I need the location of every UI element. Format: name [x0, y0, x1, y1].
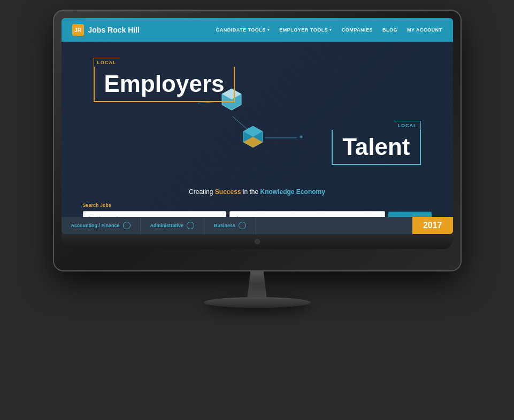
category-count-administrative — [187, 222, 194, 229]
search-label: Search Jobs — [83, 203, 432, 208]
tagline-economy: Knowledge Economy — [260, 188, 325, 196]
category-item-business: Business — [204, 217, 256, 234]
logo-text: Jobs Rock Hill — [88, 26, 140, 34]
svg-point-11 — [300, 136, 302, 138]
talent-label-row: LOCAL — [332, 121, 420, 130]
category-link-accounting[interactable]: Accounting / Finance — [71, 223, 120, 228]
scene: JR Jobs Rock Hill CANDIDATE TOOLS ▾ EMPL… — [0, 0, 514, 420]
nav-candidate-tools[interactable]: CANDIDATE TOOLS ▾ — [216, 27, 270, 33]
stand-base — [204, 297, 311, 308]
tagline-success: Success — [215, 188, 241, 196]
monitor-outer: JR Jobs Rock Hill CANDIDATE TOOLS ▾ EMPL… — [54, 11, 461, 308]
talent-box: LOCAL Talent — [332, 121, 420, 165]
monitor-chin — [62, 234, 453, 249]
category-link-business[interactable]: Business — [214, 223, 235, 228]
chevron-down-icon: ▾ — [329, 28, 332, 32]
talent-heading: Talent — [332, 130, 420, 165]
website: JR Jobs Rock Hill CANDIDATE TOOLS ▾ EMPL… — [62, 18, 453, 234]
nav-logo: JR Jobs Rock Hill — [72, 24, 140, 36]
employers-local-tag: LOCAL — [94, 58, 120, 67]
nav-links: CANDIDATE TOOLS ▾ EMPLOYER TOOLS ▾ COMPA… — [216, 27, 442, 33]
employers-heading: Employers — [94, 67, 235, 102]
monitor-chin-dot — [255, 239, 260, 244]
category-link-administrative[interactable]: Administrative — [150, 223, 184, 228]
nav-blog[interactable]: BLOG — [382, 27, 397, 33]
category-count-accounting — [123, 222, 131, 229]
nav-companies[interactable]: COMPANIES — [342, 27, 373, 33]
nav-my-account[interactable]: MY ACCOUNT — [407, 27, 442, 33]
hero-section: LOCAL Employers LOCAL Talent Cre — [62, 42, 453, 234]
category-bar: Accounting / Finance Administrative Busi… — [62, 217, 453, 234]
navbar: JR Jobs Rock Hill CANDIDATE TOOLS ▾ EMPL… — [62, 18, 453, 42]
category-count-business — [239, 222, 246, 229]
monitor-stand — [54, 270, 461, 308]
nav-employer-tools[interactable]: EMPLOYER TOOLS ▾ — [279, 27, 332, 33]
year-badge: 2017 — [412, 217, 453, 234]
monitor-screen: JR Jobs Rock Hill CANDIDATE TOOLS ▾ EMPL… — [62, 18, 453, 234]
chevron-down-icon: ▾ — [267, 28, 270, 32]
tagline: Creating Success in the Knowledge Econom… — [62, 188, 453, 196]
category-item-accounting: Accounting / Finance — [62, 217, 141, 234]
employers-box: LOCAL Employers — [94, 57, 235, 102]
logo-icon: JR — [72, 24, 84, 36]
stand-neck — [241, 270, 273, 297]
talent-local-tag: LOCAL — [395, 121, 421, 130]
monitor-bezel: JR Jobs Rock Hill CANDIDATE TOOLS ▾ EMPL… — [54, 11, 461, 270]
category-item-administrative: Administrative — [141, 217, 205, 234]
